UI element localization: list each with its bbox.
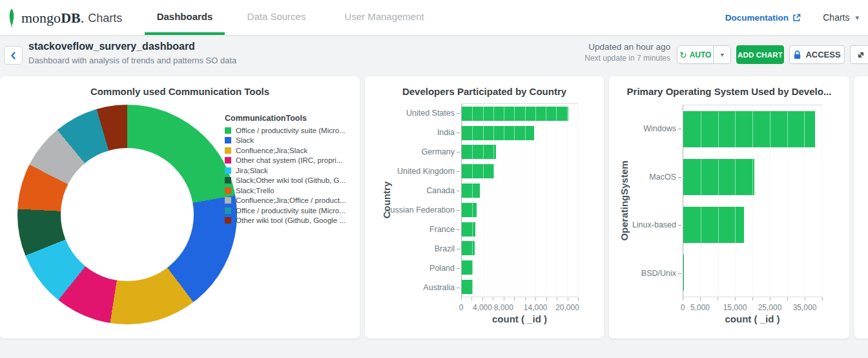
gridline <box>770 105 770 297</box>
legend-swatch <box>225 157 231 163</box>
chevron-down-icon: ▾ <box>855 14 859 22</box>
auto-refresh-dropdown[interactable]: ▾ <box>713 46 730 63</box>
legend-item-confluence-jira-office-product: Confluence;Jira;Office / product... <box>225 197 357 204</box>
y-tick-label: Linux-based <box>632 220 676 229</box>
bar-row <box>462 143 577 162</box>
y-tick-label: Canada <box>426 186 455 195</box>
y-tick-mark <box>457 191 460 191</box>
legend-label: Slack;Trello <box>236 187 274 195</box>
x-tick-mark <box>504 297 504 300</box>
chart-card-operating-system: Primary Operating System Used by Develo.… <box>609 76 849 339</box>
x-tick-mark <box>752 297 753 300</box>
gridline <box>546 104 546 297</box>
tab-dashboards[interactable]: Dashboards <box>145 0 225 35</box>
x-tick-mark <box>822 297 823 300</box>
x-tick-label: 25,000 <box>758 303 782 312</box>
x-axis-title: count ( _id ) <box>461 313 578 324</box>
app-window: mongoDB. Charts Dashboards Data Sources … <box>0 0 868 358</box>
legend-title: CommunicationTools <box>225 114 357 123</box>
add-chart-button[interactable]: ADD CHART <box>736 45 784 64</box>
y-tick-mark <box>678 225 681 226</box>
dashboard-header: stackoveflow_survery_dashboard Dashboard… <box>0 36 868 76</box>
legend-item-slack-trello: Slack;Trello <box>225 187 357 194</box>
x-tick-mark <box>546 297 547 300</box>
x-tick-label: 8,000 <box>494 303 513 312</box>
expand-icon <box>856 50 865 59</box>
legend-item-slack: Slack <box>225 137 357 144</box>
y-tick: BSD/Unix <box>609 249 683 298</box>
legend-label: Confluence;Jira;Office / product... <box>236 196 346 204</box>
x-tick-mark <box>525 297 526 300</box>
legend-swatch <box>225 147 231 154</box>
tab-user-management[interactable]: User Management <box>329 0 439 35</box>
y-tick: France <box>365 220 461 239</box>
gridline <box>535 104 536 297</box>
bar-united-kingdom <box>462 164 494 178</box>
legend-label: Confluence;Jira;Slack <box>236 147 307 154</box>
y-tick-label: Australia <box>423 283 455 292</box>
gridline <box>567 104 568 297</box>
x-tick-label: 0 <box>459 303 464 312</box>
brand-text: mongoDB. <box>21 10 84 26</box>
documentation-label: Documentation <box>725 13 789 23</box>
legend-swatch <box>225 217 231 224</box>
account-menu[interactable]: Charts ▾ <box>823 0 859 35</box>
legend-label: Slack <box>236 136 254 144</box>
y-tick-label: United Kingdom <box>397 167 455 176</box>
legend-label: Office / productivity suite (Micro... <box>236 207 346 215</box>
x-tick-mark <box>557 297 557 300</box>
y-tick: Canada <box>365 181 461 200</box>
x-tick-label: 0 <box>681 303 685 312</box>
legend-swatch <box>225 207 231 214</box>
gridline <box>718 105 719 297</box>
x-tick-mark <box>535 297 536 300</box>
x-tick-mark <box>787 297 788 300</box>
legend-swatch <box>225 167 231 174</box>
documentation-link[interactable]: Documentation <box>725 0 801 35</box>
legend-label: Office / productivity suite (Micro... <box>236 127 346 134</box>
page-subtitle: Dashboard with analysis of trends and pa… <box>28 56 236 65</box>
back-button[interactable] <box>4 46 23 65</box>
y-tick: United Kingdom <box>365 162 461 181</box>
y-tick: Russian Federation <box>365 200 461 220</box>
y-tick-label: MacOS <box>649 173 676 182</box>
plot-area <box>461 103 578 297</box>
y-tick: Brazil <box>365 239 461 258</box>
legend-label: Other wiki tool (Github, Google ... <box>236 216 346 224</box>
y-tick-mark <box>457 288 460 288</box>
access-button[interactable]: ACCESS <box>789 45 845 64</box>
bar-macos <box>683 159 754 195</box>
y-tick-label: BSD/Unix <box>641 269 676 278</box>
auto-refresh-button-group: ↻ AUTO ▾ <box>677 45 731 64</box>
y-tick: Poland <box>365 258 461 278</box>
legend-swatch <box>225 137 231 143</box>
gridline <box>483 104 484 297</box>
y-tick-label: Brazil <box>435 244 455 253</box>
lock-icon <box>793 50 801 59</box>
legend-label: Slack;Other wiki tool (Github, G... <box>236 176 346 184</box>
y-axis-labels: WindowsMacOSLinux-basedBSD/Unix <box>609 105 683 297</box>
x-tick-label: 4,000 <box>473 303 492 312</box>
bar-chart-country: Country United StatesIndiaGermanyUnited … <box>365 76 604 339</box>
x-tick-label: 14,000 <box>524 303 548 312</box>
chart-card-partial <box>854 76 868 339</box>
legend-swatch <box>225 197 231 204</box>
auto-refresh-button[interactable]: ↻ AUTO <box>677 46 713 63</box>
chart-card-developers-by-country: Developers Participated by Country Count… <box>365 76 604 339</box>
mongodb-charts-logo[interactable]: mongoDB. Charts <box>6 8 122 28</box>
chevron-left-icon <box>9 51 18 60</box>
legend-swatch <box>225 177 231 184</box>
gridline <box>493 104 494 297</box>
auto-label: AUTO <box>690 50 712 59</box>
fullscreen-button[interactable] <box>850 45 868 64</box>
tab-data-sources[interactable]: Data Sources <box>232 0 320 35</box>
x-tick-mark <box>493 297 493 300</box>
y-tick-mark <box>457 113 460 114</box>
brand-suffix: Charts <box>88 12 122 25</box>
external-link-icon <box>792 14 801 22</box>
legend-item-other-wiki-tool-github-google: Other wiki tool (Github, Google ... <box>225 217 357 224</box>
x-tick-label: 5,000 <box>690 303 710 312</box>
y-tick-label: Russian Federation <box>385 205 455 215</box>
y-tick-mark <box>457 249 460 249</box>
bar-windows <box>683 111 815 147</box>
